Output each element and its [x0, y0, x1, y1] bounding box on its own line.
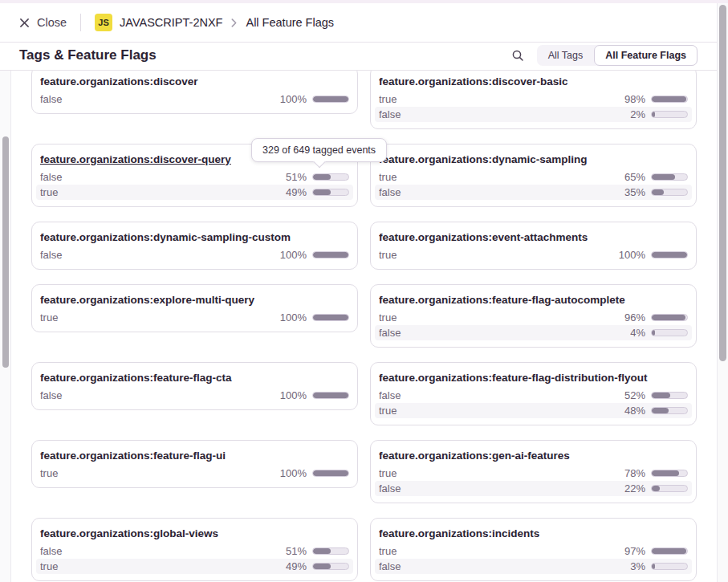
flag-distribution-bar: [651, 96, 688, 103]
flag-value-percent: 48%: [624, 405, 645, 417]
flag-value-key: false: [40, 249, 280, 261]
navbar-divider: [80, 14, 81, 31]
flag-value-row[interactable]: false100%: [36, 388, 353, 403]
flag-value-percent: 49%: [286, 560, 307, 572]
flag-distribution-bar: [651, 251, 688, 258]
flag-value-row[interactable]: true48%: [375, 403, 692, 418]
flag-value-row[interactable]: false2%: [375, 107, 692, 122]
flag-distribution-fill: [652, 486, 660, 491]
flag-distribution-bar: [312, 392, 349, 399]
flag-distribution-fill: [652, 330, 655, 336]
feature-flag-name[interactable]: feature.organizations:feature-flag-ui: [40, 447, 349, 464]
flag-distribution-bar: [651, 111, 688, 118]
flag-value-key: true: [379, 467, 624, 479]
flag-value-row[interactable]: true100%: [36, 466, 353, 481]
search-button[interactable]: [510, 47, 526, 63]
feature-flag-name[interactable]: feature.organizations:incidents: [379, 525, 688, 542]
flag-value-row[interactable]: true98%: [375, 92, 692, 107]
feature-flag-name[interactable]: feature.organizations:feature-flag-cta: [40, 369, 349, 386]
flag-value-percent: 100%: [280, 249, 307, 261]
feature-flag-name[interactable]: feature.organizations:dynamic-sampling-c…: [40, 229, 349, 246]
flag-value-row[interactable]: true96%: [375, 310, 692, 325]
flag-value-percent: 49%: [286, 186, 307, 198]
flag-distribution-fill: [313, 564, 331, 569]
feature-flag-name[interactable]: feature.organizations:dynamic-sampling: [379, 151, 688, 168]
flag-distribution-bar: [312, 251, 349, 258]
flag-value-row[interactable]: false51%: [36, 169, 353, 185]
flag-value-row[interactable]: true100%: [375, 247, 692, 263]
flag-value-key: false: [379, 327, 630, 339]
feature-flag-card: feature.organizations:feature-flag-ctafa…: [31, 362, 358, 410]
flag-distribution-bar: [651, 173, 688, 181]
flag-value-row[interactable]: false51%: [36, 543, 353, 559]
flag-value-row[interactable]: true100%: [36, 310, 353, 325]
flag-value-row[interactable]: false52%: [375, 388, 692, 403]
flag-value-key: false: [40, 545, 286, 557]
right-scrollbar-track[interactable]: [717, 3, 728, 582]
panel-header: Tags & Feature Flags All Tags All Featur…: [0, 43, 728, 71]
feature-flag-name[interactable]: feature.organizations:global-views: [40, 525, 349, 542]
flag-distribution-bar: [651, 314, 688, 321]
left-scrollbar-track[interactable]: [0, 71, 11, 582]
flag-value-row[interactable]: true97%: [375, 543, 692, 559]
flag-value-key: false: [40, 93, 280, 105]
feature-flag-name[interactable]: feature.organizations:discover: [40, 73, 349, 90]
flag-distribution-bar: [312, 563, 349, 570]
flag-distribution-fill: [652, 96, 686, 102]
flag-value-row[interactable]: true65%: [375, 169, 692, 185]
left-scrollbar-thumb[interactable]: [2, 136, 9, 368]
flag-value-row[interactable]: false3%: [375, 559, 692, 574]
flag-value-percent: 4%: [630, 327, 645, 339]
feature-flag-card: feature.organizations:feature-flag-autoc…: [370, 284, 697, 348]
flag-value-percent: 97%: [624, 545, 645, 557]
drawer-navbar: Close JS JAVASCRIPT-2NXF All Feature Fla…: [0, 3, 728, 43]
flag-distribution-fill: [652, 470, 679, 476]
flag-distribution-bar: [312, 173, 349, 181]
breadcrumb-page: All Feature Flags: [246, 16, 334, 29]
flag-distribution-bar: [651, 329, 688, 336]
flag-distribution-fill: [313, 315, 348, 320]
flag-distribution-fill: [313, 252, 348, 258]
feature-flag-card: feature.organizations:discover-basictrue…: [370, 71, 697, 129]
feature-flag-name[interactable]: feature.organizations:gen-ai-features: [379, 447, 688, 464]
flag-distribution-bar: [312, 189, 349, 196]
right-scrollbar-thumb[interactable]: [719, 5, 726, 361]
flag-distribution-fill: [313, 174, 331, 180]
search-icon: [511, 49, 524, 62]
flag-value-row[interactable]: true78%: [375, 466, 692, 481]
feature-flag-name[interactable]: feature.organizations:feature-flag-autoc…: [379, 291, 688, 308]
close-label: Close: [37, 16, 67, 29]
flag-value-row[interactable]: false35%: [375, 185, 692, 200]
flag-value-row[interactable]: true49%: [36, 559, 353, 574]
flag-distribution-bar: [312, 547, 349, 555]
flag-value-percent: 100%: [619, 249, 645, 261]
flag-value-key: false: [40, 389, 280, 401]
flag-distribution-bar: [651, 547, 688, 555]
tooltip-text: 329 of 649 tagged events: [262, 144, 376, 156]
flag-value-percent: 100%: [280, 93, 307, 105]
flag-value-row[interactable]: false22%: [375, 481, 692, 496]
flag-value-row[interactable]: false100%: [36, 92, 353, 107]
feature-flag-name[interactable]: feature.organizations:discover-basic: [379, 73, 688, 90]
flag-value-row[interactable]: false100%: [36, 247, 353, 263]
flag-distribution-fill: [652, 564, 655, 569]
feature-flag-name[interactable]: feature.organizations:event-attachments: [379, 229, 688, 246]
flag-value-row[interactable]: true49%: [36, 185, 353, 200]
flag-value-percent: 51%: [286, 171, 307, 183]
feature-flag-name[interactable]: feature.organizations:explore-multi-quer…: [40, 291, 349, 308]
close-button[interactable]: Close: [19, 16, 67, 29]
page-title: Tags & Feature Flags: [19, 47, 157, 63]
flag-value-key: true: [379, 311, 624, 324]
tab-all-tags[interactable]: All Tags: [537, 45, 595, 66]
flag-distribution-fill: [652, 548, 686, 554]
flag-value-key: true: [40, 560, 286, 572]
flag-distribution-bar: [651, 485, 688, 492]
flag-value-key: true: [40, 467, 280, 479]
feature-flag-name[interactable]: feature.organizations:feature-flag-distr…: [379, 369, 688, 386]
breadcrumb-project[interactable]: JAVASCRIPT-2NXF: [120, 16, 222, 29]
flag-distribution-bar: [651, 407, 688, 414]
tab-all-feature-flags[interactable]: All Feature Flags: [594, 45, 697, 66]
flag-distribution-fill: [313, 393, 348, 398]
flag-value-key: false: [40, 171, 286, 183]
flag-value-row[interactable]: false4%: [375, 325, 692, 340]
